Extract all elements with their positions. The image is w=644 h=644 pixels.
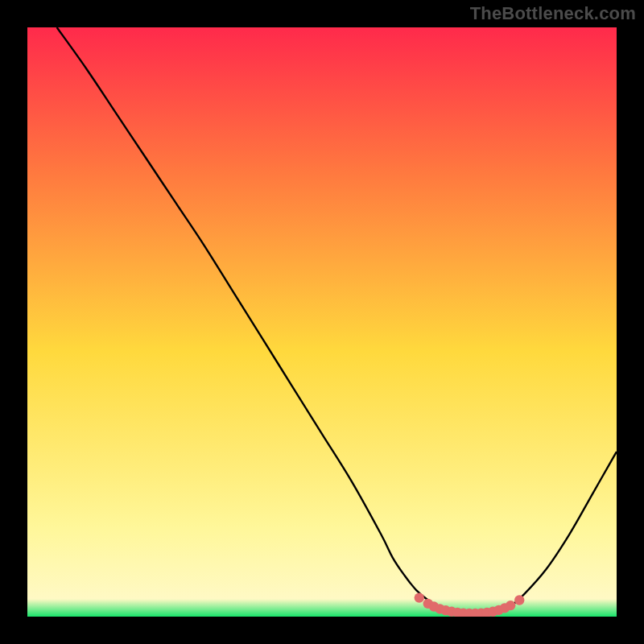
- optimal-marker: [415, 592, 424, 602]
- chart-frame: TheBottleneck.com: [0, 0, 644, 644]
- optimal-marker: [514, 595, 524, 605]
- watermark-text: TheBottleneck.com: [470, 3, 636, 24]
- plot-area: [27, 27, 617, 617]
- chart-svg: [27, 27, 617, 617]
- gradient-background: [27, 27, 617, 617]
- optimal-marker: [506, 601, 515, 610]
